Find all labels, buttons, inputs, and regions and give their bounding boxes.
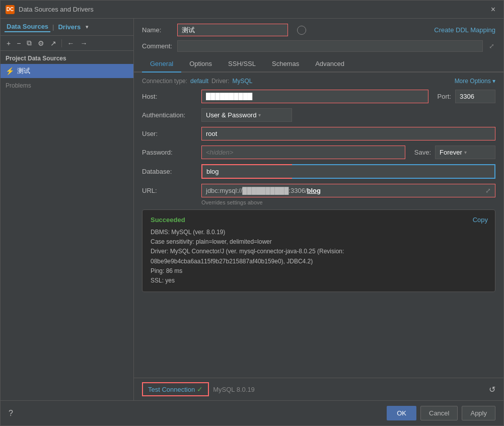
url-db: blog xyxy=(307,187,321,194)
database-input[interactable] xyxy=(201,164,292,179)
url-row: URL: jdbc:mysql://██████████:3306/blog ⤢ xyxy=(142,184,495,197)
forward-button[interactable]: → xyxy=(78,38,89,48)
test-connection-label: Test Connection xyxy=(148,386,195,393)
tab-ssh-ssl[interactable]: SSH/SSL xyxy=(220,56,264,73)
footer-buttons: OK Cancel Apply xyxy=(387,406,495,420)
url-host: ██████████ xyxy=(242,187,289,194)
auth-value: User & Password xyxy=(206,111,256,119)
more-options-link[interactable]: More Options ▾ xyxy=(455,78,495,85)
success-line-1: DBMS: MySQL (ver. 8.0.19) xyxy=(151,228,487,237)
password-row: Password: Save: Forever ▾ xyxy=(142,146,495,159)
back-button[interactable]: ← xyxy=(65,38,76,48)
main-content: Data Sources | Drivers ▾ + − ⧉ ⚙ ↗ ← → P… xyxy=(1,19,503,400)
comment-label: Comment: xyxy=(142,42,172,50)
external-button[interactable]: ↗ xyxy=(48,38,58,48)
name-row: Name: Create DDL Mapping xyxy=(134,19,503,38)
comment-input[interactable] xyxy=(177,40,483,52)
url-suffix: :3306/ xyxy=(289,187,307,194)
url-prefix: jdbc:mysql:// xyxy=(206,187,242,194)
datasource-icon: ⚡ xyxy=(6,67,14,75)
title-bar: DC Data Sources and Drivers × xyxy=(1,1,503,19)
auth-arrow-icon: ▾ xyxy=(258,112,261,118)
host-row: Host: Port: xyxy=(142,90,495,103)
url-expand-icon[interactable]: ⤢ xyxy=(485,187,491,194)
database-input-ext[interactable] xyxy=(292,164,495,179)
host-label: Host: xyxy=(142,93,197,100)
url-label: URL: xyxy=(142,187,197,194)
tab-options[interactable]: Options xyxy=(181,56,220,73)
auth-label: Authentication: xyxy=(142,111,197,119)
cancel-button[interactable]: Cancel xyxy=(420,406,458,420)
auth-row: Authentication: User & Password ▾ xyxy=(142,108,495,122)
test-connection-button[interactable]: Test Connection ✓ xyxy=(142,382,209,396)
apply-button[interactable]: Apply xyxy=(462,406,495,420)
panel-content: Connection type: default Driver: MySQL M… xyxy=(134,73,503,378)
sidebar-section-title: Project Data Sources xyxy=(1,51,133,64)
tab-general[interactable]: General xyxy=(142,56,181,73)
conn-type-label: Connection type: xyxy=(142,78,187,85)
tabs-bar: General Options SSH/SSL Schemas Advanced xyxy=(134,56,503,73)
database-row: Database: xyxy=(142,164,495,179)
conn-type-row: Connection type: default Driver: MySQL M… xyxy=(142,78,495,85)
auth-select[interactable]: User & Password ▾ xyxy=(201,108,292,122)
password-label: Password: xyxy=(142,149,197,156)
save-select[interactable]: Forever ▾ xyxy=(435,146,495,159)
port-input[interactable] xyxy=(455,90,495,103)
test-check-icon: ✓ xyxy=(197,385,203,393)
refresh-button[interactable]: ↺ xyxy=(489,385,495,394)
success-line-3: Driver: MySQL Connector/J (ver. mysql-co… xyxy=(151,247,487,256)
save-arrow-icon: ▾ xyxy=(464,150,467,155)
password-input[interactable] xyxy=(201,146,405,159)
tab-advanced[interactable]: Advanced xyxy=(307,56,352,73)
name-label: Name: xyxy=(142,26,172,34)
port-label: Port: xyxy=(438,93,451,100)
success-text: DBMS: MySQL (ver. 8.0.19) Case sensitivi… xyxy=(151,228,487,286)
title-bar-text: Data Sources and Drivers xyxy=(19,6,484,13)
conn-type-value[interactable]: default xyxy=(190,78,208,85)
overrides-text: Overrides settings above xyxy=(201,199,495,205)
comment-expand-icon[interactable]: ⤢ xyxy=(488,41,495,51)
sidebar-item-label: 测试 xyxy=(17,66,30,76)
user-row: User: xyxy=(142,127,495,140)
name-input[interactable] xyxy=(177,24,288,36)
success-line-4: 08be9e9b4cba6aa115f9b27b215887af40b159e0… xyxy=(151,257,487,266)
tab-data-sources[interactable]: Data Sources xyxy=(5,22,50,32)
comment-row: Comment: ⤢ xyxy=(134,38,503,54)
help-button[interactable]: ? xyxy=(9,409,13,418)
settings-button[interactable]: ⚙ xyxy=(36,38,46,48)
status-circle xyxy=(297,26,306,35)
url-input-wrap[interactable]: jdbc:mysql://██████████:3306/blog ⤢ xyxy=(201,184,495,197)
sidebar-toolbar: + − ⧉ ⚙ ↗ ← → xyxy=(1,36,133,51)
copy-button[interactable]: ⧉ xyxy=(25,38,34,48)
sidebar: Data Sources | Drivers ▾ + − ⧉ ⚙ ↗ ← → P… xyxy=(1,19,134,400)
database-label: Database: xyxy=(142,168,197,175)
host-input[interactable] xyxy=(201,90,428,103)
problems-section: Problems xyxy=(1,78,133,93)
driver-value[interactable]: MySQL xyxy=(232,78,252,85)
bottom-bar: Test Connection ✓ MySQL 8.0.19 ↺ xyxy=(134,378,503,400)
mysql-version: MySQL 8.0.19 xyxy=(213,386,485,393)
success-box: Succeeded Copy DBMS: MySQL (ver. 8.0.19)… xyxy=(142,209,495,292)
ok-button[interactable]: OK xyxy=(387,406,416,420)
copy-link[interactable]: Copy xyxy=(473,216,488,224)
save-label: Save: xyxy=(414,149,431,156)
driver-label: Driver: xyxy=(211,78,229,85)
success-line-5: Ping: 86 ms xyxy=(151,266,487,276)
create-ddl-link[interactable]: Create DDL Mapping xyxy=(434,26,495,34)
success-line-6: SSL: yes xyxy=(151,276,487,286)
success-title: Succeeded xyxy=(151,216,487,224)
user-input[interactable] xyxy=(201,127,495,140)
dialog: DC Data Sources and Drivers × Data Sourc… xyxy=(0,0,504,426)
remove-button[interactable]: − xyxy=(15,38,23,48)
tab-drivers[interactable]: Drivers xyxy=(56,22,83,32)
sidebar-tabs: Data Sources | Drivers ▾ xyxy=(1,19,133,36)
save-value: Forever xyxy=(440,149,462,156)
tab-schemas[interactable]: Schemas xyxy=(264,56,307,73)
success-line-2: Case sensitivity: plain=lower, delimited… xyxy=(151,237,487,247)
user-label: User: xyxy=(142,130,197,137)
app-icon: DC xyxy=(6,5,15,14)
sidebar-item-test[interactable]: ⚡ 测试 xyxy=(1,64,133,78)
add-button[interactable]: + xyxy=(5,38,13,48)
sidebar-chevron-icon[interactable]: ▾ xyxy=(86,24,89,30)
close-button[interactable]: × xyxy=(488,4,498,15)
